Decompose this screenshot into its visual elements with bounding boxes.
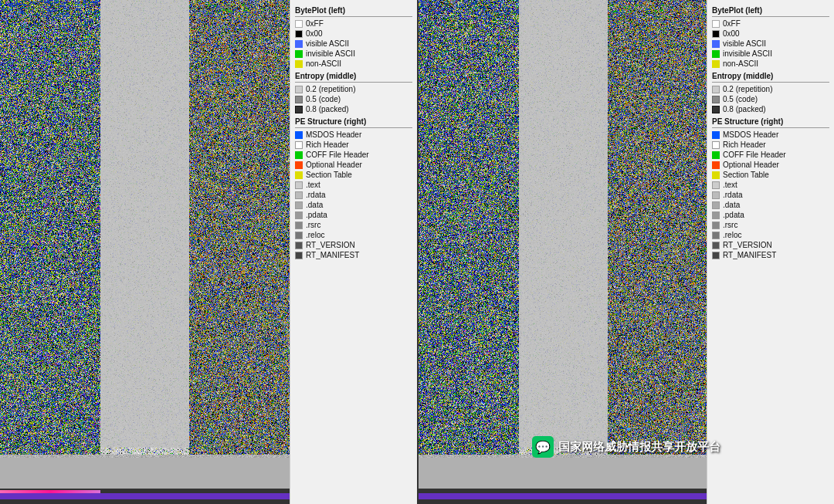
legend-label: RT_MANIFEST: [306, 251, 359, 259]
legend-item: COFF File Header: [295, 151, 412, 159]
legend-item: MSDOS Header: [295, 130, 412, 139]
legend-label: RT_VERSION: [306, 241, 355, 249]
legend-item: RT_MANIFEST: [712, 251, 829, 259]
legend-label: 0.5 (code): [306, 95, 341, 103]
right-pe-items: MSDOS HeaderRich HeaderCOFF File HeaderO…: [712, 130, 829, 259]
left-byteplot-items: 0xFF0x00visible ASCIIinvisible ASCIInon-…: [295, 19, 412, 68]
legend-label: .text: [306, 181, 320, 189]
legend-label: .reloc: [306, 231, 324, 239]
legend-swatch: [295, 106, 303, 113]
legend-swatch: [712, 171, 720, 179]
legend-item: Rich Header: [295, 140, 412, 149]
legend-swatch: [295, 161, 303, 169]
legend-item: 0xFF: [712, 19, 829, 28]
legend-item: 0xFF: [295, 19, 412, 28]
legend-label: .data: [723, 201, 740, 209]
legend-item: Optional Header: [712, 161, 829, 169]
watermark: 💬 国家网络威胁情报共享开放平台: [532, 436, 720, 458]
legend-swatch: [295, 96, 303, 103]
legend-item: RT_MANIFEST: [295, 251, 412, 259]
legend-swatch: [712, 50, 720, 58]
legend-swatch: [712, 96, 720, 103]
legend-item: 0.2 (repetition): [295, 85, 412, 93]
legend-item: 0.8 (packed): [712, 105, 829, 113]
main-container: BytePlot (left) 0xFF0x00visible ASCIIinv…: [0, 0, 834, 504]
watermark-text: 国家网络威胁情报共享开放平台: [558, 440, 720, 455]
legend-label: Optional Header: [306, 161, 362, 169]
legend-label: .rsrc: [306, 221, 320, 229]
legend-label: Section Table: [723, 171, 769, 179]
legend-item: MSDOS Header: [712, 130, 829, 139]
legend-swatch: [712, 151, 720, 159]
legend-swatch: [295, 141, 303, 149]
legend-swatch: [712, 191, 720, 199]
legend-swatch: [295, 40, 303, 48]
legend-label: 0.2 (repetition): [306, 85, 355, 93]
legend-item: Optional Header: [295, 161, 412, 169]
legend-label: RT_VERSION: [723, 241, 772, 249]
legend-label: 0x00: [723, 29, 740, 38]
legend-swatch: [712, 211, 720, 219]
legend-label: COFF File Header: [306, 151, 369, 159]
legend-item: .reloc: [295, 231, 412, 239]
legend-swatch: [295, 242, 303, 249]
legend-swatch: [295, 30, 303, 38]
legend-swatch: [295, 86, 303, 93]
right-panel: 💬 国家网络威胁情报共享开放平台 BytePlot (left) 0xFF0x0…: [417, 0, 834, 504]
legend-label: visible ASCII: [723, 39, 766, 48]
legend-item: 0.5 (code): [712, 95, 829, 103]
legend-swatch: [295, 232, 303, 239]
legend-swatch: [295, 60, 303, 68]
legend-item: invisible ASCII: [295, 49, 412, 58]
legend-item: 0x00: [712, 29, 829, 38]
legend-swatch: [295, 252, 303, 259]
left-pe-items: MSDOS HeaderRich HeaderCOFF File HeaderO…: [295, 130, 412, 259]
right-pe-title: PE Structure (right): [712, 117, 829, 126]
left-legend-byteplot-title: BytePlot (left): [295, 6, 412, 15]
legend-item: Section Table: [295, 171, 412, 179]
right-entropy-title: Entropy (middle): [712, 72, 829, 80]
legend-swatch: [712, 201, 720, 209]
legend-swatch: [295, 201, 303, 209]
legend-swatch: [712, 60, 720, 68]
legend-label: .pdata: [723, 211, 744, 219]
legend-swatch: [712, 242, 720, 249]
legend-item: .data: [295, 201, 412, 209]
legend-label: 0.8 (packed): [306, 105, 349, 113]
legend-swatch: [295, 191, 303, 199]
legend-item: RT_VERSION: [712, 241, 829, 249]
legend-item: .rdata: [712, 191, 829, 199]
legend-swatch: [712, 181, 720, 189]
left-entropy-items: 0.2 (repetition)0.5 (code)0.8 (packed): [295, 85, 412, 113]
legend-label: non-ASCII: [306, 59, 341, 68]
legend-label: .text: [723, 181, 737, 189]
legend-swatch: [712, 40, 720, 48]
legend-label: 0xFF: [306, 19, 324, 28]
legend-label: 0.8 (packed): [723, 105, 766, 113]
legend-item: .pdata: [295, 211, 412, 219]
legend-label: MSDOS Header: [306, 130, 361, 139]
legend-item: 0.2 (repetition): [712, 85, 829, 93]
right-legend-byteplot-title: BytePlot (left): [712, 6, 829, 15]
legend-label: 0x00: [306, 29, 323, 38]
legend-swatch: [712, 232, 720, 239]
legend-swatch: [712, 141, 720, 149]
right-entropy-items: 0.2 (repetition)0.5 (code)0.8 (packed): [712, 85, 829, 113]
legend-item: .pdata: [712, 211, 829, 219]
legend-swatch: [295, 151, 303, 159]
left-panel: BytePlot (left) 0xFF0x00visible ASCIIinv…: [0, 0, 417, 504]
legend-label: visible ASCII: [306, 39, 349, 48]
legend-label: .rsrc: [723, 221, 737, 229]
legend-swatch: [712, 222, 720, 229]
legend-swatch: [712, 161, 720, 169]
legend-label: non-ASCII: [723, 59, 758, 68]
legend-swatch: [295, 50, 303, 58]
legend-item: .text: [712, 181, 829, 189]
legend-label: .rdata: [306, 191, 326, 199]
legend-item: 0x00: [295, 29, 412, 38]
legend-swatch: [712, 131, 720, 139]
legend-label: 0xFF: [723, 19, 741, 28]
legend-swatch: [295, 222, 303, 229]
watermark-icon: 💬: [532, 436, 554, 458]
legend-label: MSDOS Header: [723, 130, 778, 139]
